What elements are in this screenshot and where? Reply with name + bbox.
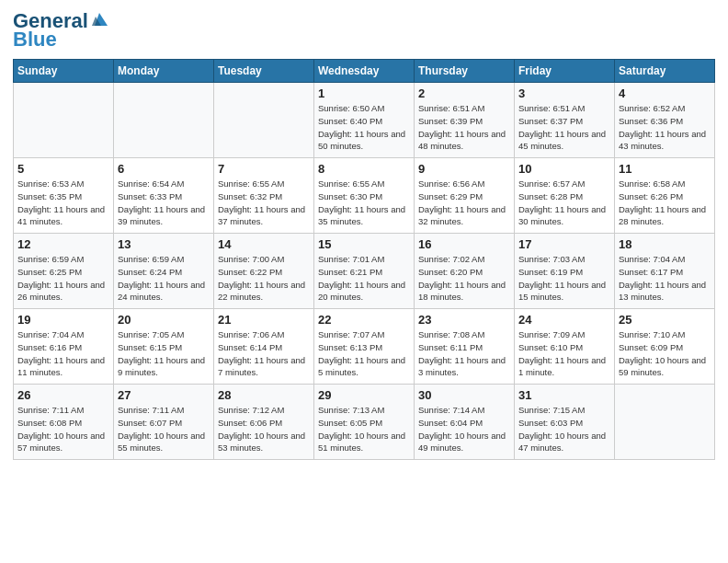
day-info: Sunrise: 6:54 AM Sunset: 6:33 PM Dayligh… (118, 178, 210, 228)
day-number: 3 (518, 86, 610, 100)
day-number: 5 (17, 162, 109, 176)
calendar-cell: 4Sunrise: 6:52 AM Sunset: 6:36 PM Daylig… (615, 83, 715, 158)
calendar-cell: 13Sunrise: 6:59 AM Sunset: 6:24 PM Dayli… (114, 234, 214, 309)
day-info: Sunrise: 6:51 AM Sunset: 6:37 PM Dayligh… (518, 102, 610, 153)
day-number: 6 (118, 162, 210, 176)
day-info: Sunrise: 7:11 AM Sunset: 6:07 PM Dayligh… (118, 404, 210, 454)
calendar-cell: 3Sunrise: 6:51 AM Sunset: 6:37 PM Daylig… (515, 83, 615, 158)
calendar-cell: 12Sunrise: 6:59 AM Sunset: 6:25 PM Dayli… (14, 234, 114, 309)
calendar-table: SundayMondayTuesdayWednesdayThursdayFrid… (13, 59, 715, 460)
day-info: Sunrise: 7:02 AM Sunset: 6:20 PM Dayligh… (418, 253, 510, 304)
day-number: 19 (17, 313, 109, 327)
calendar-week-row: 5Sunrise: 6:53 AM Sunset: 6:35 PM Daylig… (14, 158, 715, 234)
day-info: Sunrise: 6:55 AM Sunset: 6:30 PM Dayligh… (318, 178, 410, 228)
calendar-cell (114, 83, 214, 158)
day-info: Sunrise: 6:50 AM Sunset: 6:40 PM Dayligh… (318, 102, 410, 153)
calendar-cell: 22Sunrise: 7:07 AM Sunset: 6:13 PM Dayli… (314, 309, 415, 385)
day-info: Sunrise: 6:56 AM Sunset: 6:29 PM Dayligh… (418, 178, 510, 228)
day-number: 2 (418, 86, 510, 100)
calendar-cell: 6Sunrise: 6:54 AM Sunset: 6:33 PM Daylig… (114, 158, 214, 234)
day-info: Sunrise: 7:04 AM Sunset: 6:16 PM Dayligh… (17, 328, 109, 379)
day-number: 11 (619, 162, 711, 176)
calendar-cell: 23Sunrise: 7:08 AM Sunset: 6:11 PM Dayli… (415, 309, 515, 385)
day-number: 27 (118, 388, 210, 402)
day-info: Sunrise: 7:15 AM Sunset: 6:03 PM Dayligh… (518, 404, 610, 454)
calendar-cell: 18Sunrise: 7:04 AM Sunset: 6:17 PM Dayli… (615, 234, 715, 309)
weekday-header: Monday (114, 60, 214, 83)
day-info: Sunrise: 7:09 AM Sunset: 6:10 PM Dayligh… (518, 328, 610, 379)
day-number: 8 (318, 162, 410, 176)
day-number: 1 (318, 86, 410, 100)
day-info: Sunrise: 7:05 AM Sunset: 6:15 PM Dayligh… (118, 328, 210, 379)
day-info: Sunrise: 7:07 AM Sunset: 6:13 PM Dayligh… (318, 328, 410, 379)
calendar-cell: 5Sunrise: 6:53 AM Sunset: 6:35 PM Daylig… (14, 158, 114, 234)
weekday-header: Saturday (615, 60, 715, 83)
day-info: Sunrise: 6:51 AM Sunset: 6:39 PM Dayligh… (418, 102, 510, 153)
day-number: 26 (17, 388, 109, 402)
weekday-header: Thursday (415, 60, 515, 83)
day-info: Sunrise: 6:53 AM Sunset: 6:35 PM Dayligh… (17, 178, 109, 228)
calendar-cell: 25Sunrise: 7:10 AM Sunset: 6:09 PM Dayli… (615, 309, 715, 385)
day-number: 7 (218, 162, 310, 176)
day-info: Sunrise: 7:00 AM Sunset: 6:22 PM Dayligh… (218, 253, 310, 304)
day-info: Sunrise: 6:55 AM Sunset: 6:32 PM Dayligh… (218, 178, 310, 228)
calendar-week-row: 1Sunrise: 6:50 AM Sunset: 6:40 PM Daylig… (14, 83, 715, 158)
day-info: Sunrise: 6:57 AM Sunset: 6:28 PM Dayligh… (518, 178, 610, 228)
day-info: Sunrise: 7:13 AM Sunset: 6:05 PM Dayligh… (318, 404, 410, 454)
day-number: 15 (318, 237, 410, 251)
calendar-cell: 24Sunrise: 7:09 AM Sunset: 6:10 PM Dayli… (515, 309, 615, 385)
calendar-cell: 26Sunrise: 7:11 AM Sunset: 6:08 PM Dayli… (14, 385, 114, 460)
logo: General Blue (13, 9, 109, 52)
calendar-cell: 27Sunrise: 7:11 AM Sunset: 6:07 PM Dayli… (114, 385, 214, 460)
calendar-cell: 30Sunrise: 7:14 AM Sunset: 6:04 PM Dayli… (415, 385, 515, 460)
logo-blue: Blue (13, 28, 57, 52)
logo-icon (89, 9, 109, 29)
day-number: 16 (418, 237, 510, 251)
calendar-cell: 2Sunrise: 6:51 AM Sunset: 6:39 PM Daylig… (415, 83, 515, 158)
calendar-cell (615, 385, 715, 460)
day-number: 24 (518, 313, 610, 327)
calendar-cell: 10Sunrise: 6:57 AM Sunset: 6:28 PM Dayli… (515, 158, 615, 234)
day-number: 21 (218, 313, 310, 327)
calendar-cell: 15Sunrise: 7:01 AM Sunset: 6:21 PM Dayli… (314, 234, 415, 309)
day-number: 31 (518, 388, 610, 402)
calendar-cell: 9Sunrise: 6:56 AM Sunset: 6:29 PM Daylig… (415, 158, 515, 234)
day-number: 9 (418, 162, 510, 176)
calendar-cell: 16Sunrise: 7:02 AM Sunset: 6:20 PM Dayli… (415, 234, 515, 309)
page-container: General Blue SundayMondayTuesdayWednesda… (0, 0, 728, 469)
day-info: Sunrise: 7:01 AM Sunset: 6:21 PM Dayligh… (318, 253, 410, 304)
day-number: 23 (418, 313, 510, 327)
day-number: 10 (518, 162, 610, 176)
day-number: 22 (318, 313, 410, 327)
day-number: 29 (318, 388, 410, 402)
day-number: 25 (619, 313, 711, 327)
day-number: 18 (619, 237, 711, 251)
weekday-header: Sunday (14, 60, 114, 83)
calendar-cell: 1Sunrise: 6:50 AM Sunset: 6:40 PM Daylig… (314, 83, 415, 158)
day-info: Sunrise: 7:08 AM Sunset: 6:11 PM Dayligh… (418, 328, 510, 379)
day-info: Sunrise: 7:14 AM Sunset: 6:04 PM Dayligh… (418, 404, 510, 454)
day-info: Sunrise: 6:52 AM Sunset: 6:36 PM Dayligh… (619, 102, 711, 153)
calendar-cell (14, 83, 114, 158)
calendar-cell: 20Sunrise: 7:05 AM Sunset: 6:15 PM Dayli… (114, 309, 214, 385)
calendar-cell: 8Sunrise: 6:55 AM Sunset: 6:30 PM Daylig… (314, 158, 415, 234)
weekday-header: Friday (515, 60, 615, 83)
day-number: 30 (418, 388, 510, 402)
day-info: Sunrise: 6:59 AM Sunset: 6:25 PM Dayligh… (17, 253, 109, 304)
day-number: 13 (118, 237, 210, 251)
calendar-body: 1Sunrise: 6:50 AM Sunset: 6:40 PM Daylig… (14, 83, 715, 460)
weekday-header: Tuesday (214, 60, 314, 83)
calendar-header-row: SundayMondayTuesdayWednesdayThursdayFrid… (14, 60, 715, 83)
day-number: 20 (118, 313, 210, 327)
day-number: 17 (518, 237, 610, 251)
calendar-cell (214, 83, 314, 158)
day-number: 28 (218, 388, 310, 402)
weekday-header: Wednesday (314, 60, 415, 83)
calendar-cell: 28Sunrise: 7:12 AM Sunset: 6:06 PM Dayli… (214, 385, 314, 460)
day-info: Sunrise: 6:58 AM Sunset: 6:26 PM Dayligh… (619, 178, 711, 228)
day-info: Sunrise: 7:10 AM Sunset: 6:09 PM Dayligh… (619, 328, 711, 379)
calendar-week-row: 19Sunrise: 7:04 AM Sunset: 6:16 PM Dayli… (14, 309, 715, 385)
day-info: Sunrise: 7:11 AM Sunset: 6:08 PM Dayligh… (17, 404, 109, 454)
day-number: 14 (218, 237, 310, 251)
calendar-cell: 17Sunrise: 7:03 AM Sunset: 6:19 PM Dayli… (515, 234, 615, 309)
